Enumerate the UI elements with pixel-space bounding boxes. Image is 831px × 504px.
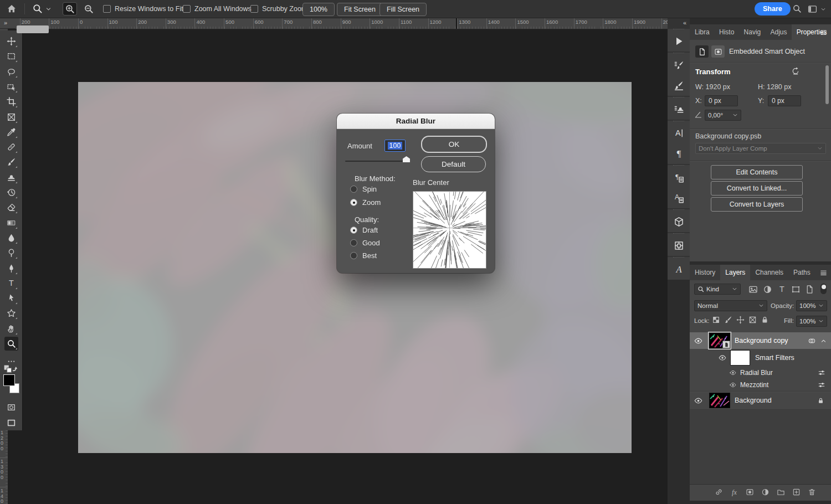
swap-colors-icon[interactable] [3, 362, 20, 369]
blend-mode-select[interactable]: Normal [694, 300, 767, 311]
layer-name[interactable]: Background copy [735, 337, 788, 344]
filter-name[interactable]: Radial Blur [740, 369, 773, 377]
radio-icon[interactable] [350, 252, 357, 259]
dock-collapse-control[interactable]: « [683, 19, 686, 26]
panel-menu-icon[interactable] [819, 269, 828, 277]
screen-mode-button[interactable] [4, 416, 18, 430]
radio-icon[interactable] [350, 227, 357, 234]
visibility-eye-icon[interactable] [730, 369, 736, 376]
lock-pixels-icon[interactable] [724, 316, 732, 324]
chevron-down-icon[interactable] [45, 6, 52, 12]
quality-radio-good[interactable]: Good [350, 239, 380, 247]
dock-panel-brushes[interactable] [668, 75, 690, 96]
dock-panel-character-styles[interactable]: A [668, 188, 690, 208]
tool-healing-brush[interactable] [4, 140, 18, 154]
angle-select[interactable]: 0,00° [705, 110, 741, 121]
visibility-eye-icon[interactable] [730, 382, 736, 388]
smart-filters-row[interactable]: Smart Filters [690, 349, 831, 366]
tab-adjus[interactable]: Adjus [765, 24, 791, 40]
chevron-down-icon[interactable] [820, 7, 826, 12]
zoom-100-button[interactable]: 100% [302, 3, 335, 16]
lock-position-icon[interactable] [736, 316, 745, 324]
tool-history-brush[interactable] [4, 186, 18, 199]
tab-paths[interactable]: Paths [788, 265, 815, 280]
ok-button[interactable]: OK [421, 136, 487, 153]
tool-marquee[interactable] [4, 49, 18, 63]
fill-screen-button[interactable]: Fill Screen [379, 3, 427, 16]
tool-shape[interactable] [4, 306, 18, 320]
filter-row-radial-blur[interactable]: Radial Blur [690, 367, 831, 378]
dock-panel-character[interactable]: A [668, 123, 690, 143]
checkbox-icon[interactable] [250, 5, 258, 13]
share-button[interactable]: Share [755, 2, 791, 16]
edit-contents-button[interactable]: Edit Contents [711, 165, 803, 179]
checkbox-scrubby-zoom[interactable]: Scrubby Zoom [250, 5, 307, 13]
tool-clone-stamp[interactable] [4, 171, 18, 184]
tool-frame[interactable] [4, 110, 18, 124]
dock-panel-patterns[interactable] [668, 235, 690, 256]
convert-to-linked-button[interactable]: Convert to Linked... [711, 181, 803, 196]
reset-transform-icon[interactable] [791, 66, 800, 75]
layer-row-background-copy[interactable]: Background copy [690, 332, 831, 349]
delete-layer-icon[interactable] [808, 488, 816, 496]
quality-radio-best[interactable]: Best [350, 251, 377, 260]
toolbar-drag-handle[interactable] [17, 25, 49, 33]
tool-brush[interactable] [4, 155, 18, 169]
radio-icon[interactable] [350, 239, 357, 246]
tool-gradient[interactable] [4, 216, 18, 230]
zoom-out-button[interactable] [81, 2, 96, 16]
layers-empty-area[interactable] [690, 410, 831, 484]
tool-eraser[interactable] [4, 200, 18, 214]
filter-name[interactable]: Mezzotint [740, 381, 768, 389]
x-input[interactable]: 0 px [705, 95, 738, 106]
tool-pen[interactable] [4, 261, 18, 275]
filter-row-mezzotint[interactable]: Mezzotint [690, 379, 831, 390]
layer-thumbnail[interactable] [709, 333, 730, 348]
layer-name[interactable]: Background [735, 397, 772, 404]
tool-object-selection[interactable] [4, 80, 18, 94]
tool-move[interactable] [4, 34, 18, 48]
tool-dodge[interactable] [4, 246, 18, 260]
tab-libra[interactable]: Libra [690, 24, 714, 40]
fit-screen-button[interactable]: Fit Screen [337, 3, 383, 16]
workspace-icon[interactable] [808, 4, 817, 14]
dock-panel-glyphs[interactable]: A [668, 259, 690, 280]
tab-channels[interactable]: Channels [750, 265, 788, 280]
smart-filter-indicator-icon[interactable] [808, 337, 816, 345]
smart-filters-label[interactable]: Smart Filters [755, 354, 794, 362]
radio-icon[interactable] [350, 186, 357, 193]
adjustment-layer-icon[interactable] [761, 488, 770, 496]
toolbar-collapse-control[interactable]: » [0, 18, 16, 29]
tool-eyedropper[interactable] [4, 125, 18, 139]
fill-select[interactable]: 100% [796, 316, 827, 327]
panel-menu-icon[interactable] [819, 28, 828, 37]
smart-object-properties-button[interactable] [695, 45, 709, 58]
lock-transparency-icon[interactable] [712, 316, 720, 324]
foreground-color-swatch[interactable] [3, 374, 15, 386]
dock-panel-clone-source[interactable] [668, 99, 690, 120]
convert-to-layers-button[interactable]: Convert to Layers [711, 197, 803, 212]
scrollbar[interactable] [825, 65, 829, 104]
lock-all-icon[interactable] [761, 316, 769, 324]
dock-panel-threed[interactable] [668, 212, 690, 232]
dock-panel-paragraph-styles[interactable]: ¶ [668, 167, 690, 188]
filter-adjustment-icon[interactable] [763, 285, 772, 294]
filter-kind-select[interactable]: Kind [694, 284, 741, 295]
checkbox-icon[interactable] [183, 5, 191, 13]
dock-panel-actions[interactable] [668, 31, 690, 52]
link-layers-icon[interactable] [715, 488, 723, 496]
y-input[interactable]: 0 px [768, 95, 801, 106]
filter-mask-thumbnail[interactable] [730, 350, 750, 366]
quality-radio-draft[interactable]: Draft [350, 226, 378, 234]
layer-thumbnail[interactable] [709, 393, 730, 408]
visibility-eye-icon[interactable] [719, 354, 726, 362]
dialog-title[interactable]: Radial Blur [337, 114, 495, 129]
checkbox-icon[interactable] [103, 5, 111, 13]
tab-layers[interactable]: Layers [720, 265, 750, 280]
zoom-tool-icon[interactable] [32, 3, 43, 14]
visibility-eye-icon[interactable] [694, 337, 702, 345]
tool-type[interactable]: T [4, 276, 18, 290]
blur-method-radio-spin[interactable]: Spin [350, 185, 377, 193]
radio-icon[interactable] [350, 199, 357, 206]
filter-type-icon[interactable]: T [777, 285, 787, 294]
